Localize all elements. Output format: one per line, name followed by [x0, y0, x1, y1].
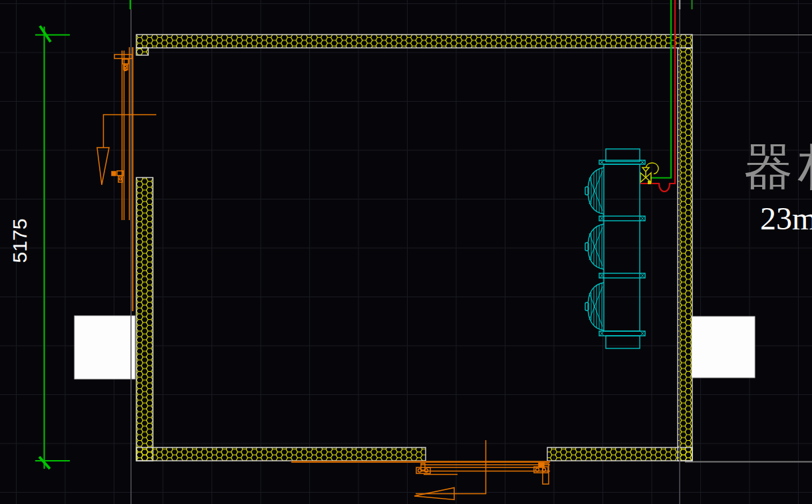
wipeout-right [692, 316, 755, 378]
wall-top-left-step [136, 48, 148, 55]
arrow-down-icon [97, 148, 109, 185]
valve-hose [646, 163, 658, 174]
fan-coil-unit[interactable] [585, 149, 645, 348]
unit-top-cap [606, 149, 640, 162]
axis-centerlines [131, 9, 680, 504]
valve-symbol [640, 163, 658, 184]
valve-drain [648, 181, 651, 184]
dimension-vertical[interactable] [35, 26, 70, 469]
floor-plan-drawing [0, 0, 812, 504]
room-area-label[interactable]: 23m [760, 201, 812, 236]
pipe-red-return [640, 0, 675, 191]
flange-end-marks [600, 160, 644, 336]
wall-bottom-left [136, 447, 426, 461]
wall-left [136, 178, 153, 461]
fan-grille-1 [585, 168, 604, 214]
fan-grille-2 [585, 224, 604, 269]
wipeout-masks [74, 316, 755, 379]
wall-top [136, 35, 692, 48]
door-pivot-top [122, 59, 128, 70]
wall-bottom-right [547, 447, 692, 461]
door-left-leader [97, 115, 156, 186]
walls[interactable] [136, 35, 692, 461]
unit-bottom-cap [606, 336, 640, 348]
dimension-text[interactable]: 5175 [9, 212, 31, 269]
door-frame-lines [122, 47, 130, 220]
door-pivot-bottom [112, 171, 123, 182]
construction-lines [130, 0, 812, 462]
cad-viewport[interactable]: 5175 器材 23m [0, 0, 812, 504]
unit-body [604, 164, 640, 331]
fan-grille-3 [585, 283, 604, 330]
piping[interactable] [640, 0, 675, 191]
tick-top [40, 26, 51, 42]
door-roller-right [534, 463, 549, 484]
pipe-green-supply [650, 0, 671, 178]
room-name-label[interactable]: 器材 [744, 140, 812, 193]
wipeout-left [74, 316, 135, 379]
unit-flanges [599, 160, 645, 336]
